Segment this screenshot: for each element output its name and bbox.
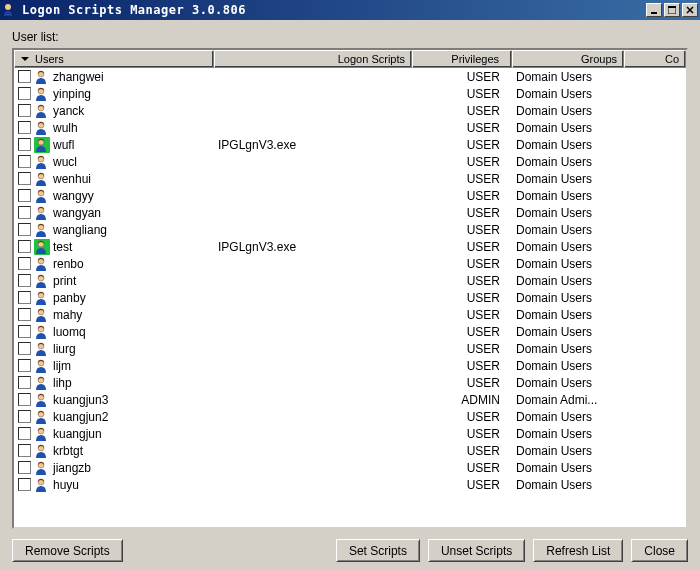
column-header-groups[interactable]: Groups (512, 50, 624, 68)
row-checkbox[interactable] (18, 155, 31, 168)
table-row[interactable]: liurg USER Domain Users (14, 340, 686, 357)
list-body[interactable]: zhangwei USER Domain Users yinping USER … (14, 68, 686, 527)
row-checkbox[interactable] (18, 240, 31, 253)
group-name: Domain Users (516, 427, 592, 441)
cell-group: Domain Users (512, 121, 624, 135)
table-row[interactable]: jiangzb USER Domain Users (14, 459, 686, 476)
row-checkbox[interactable] (18, 427, 31, 440)
row-checkbox[interactable] (18, 308, 31, 321)
table-row[interactable]: kuangjun USER Domain Users (14, 425, 686, 442)
cell-user: wangyan (14, 205, 214, 221)
table-row[interactable]: wulh USER Domain Users (14, 119, 686, 136)
privilege: ADMIN (461, 393, 500, 407)
table-row[interactable]: lihp USER Domain Users (14, 374, 686, 391)
group-name: Domain Users (516, 376, 592, 390)
column-header-users[interactable]: Users (14, 50, 214, 68)
table-row[interactable]: renbo USER Domain Users (14, 255, 686, 272)
table-row[interactable]: wufl IPGLgnV3.exe USER Domain Users (14, 136, 686, 153)
cell-user: print (14, 273, 214, 289)
minimize-button[interactable] (646, 3, 662, 17)
row-checkbox[interactable] (18, 461, 31, 474)
privilege: USER (467, 427, 500, 441)
privilege: USER (467, 206, 500, 220)
row-checkbox[interactable] (18, 257, 31, 270)
cell-user: zhangwei (14, 69, 214, 85)
maximize-button[interactable] (664, 3, 680, 17)
table-row[interactable]: wangyy USER Domain Users (14, 187, 686, 204)
user-icon (34, 324, 50, 340)
group-name: Domain Users (516, 461, 592, 475)
cell-user: liurg (14, 341, 214, 357)
cell-user: mahy (14, 307, 214, 323)
row-checkbox[interactable] (18, 325, 31, 338)
table-row[interactable]: huyu USER Domain Users (14, 476, 686, 493)
cell-user: kuangjun2 (14, 409, 214, 425)
refresh-list-button[interactable]: Refresh List (533, 539, 623, 562)
column-header-co[interactable]: Co (624, 50, 686, 68)
cell-group: Domain Users (512, 325, 624, 339)
table-row[interactable]: wenhui USER Domain Users (14, 170, 686, 187)
row-checkbox[interactable] (18, 393, 31, 406)
row-checkbox[interactable] (18, 70, 31, 83)
row-checkbox[interactable] (18, 274, 31, 287)
unset-scripts-button[interactable]: Unset Scripts (428, 539, 525, 562)
cell-user: wangliang (14, 222, 214, 238)
user-name: lijm (53, 359, 71, 373)
user-list-label: User list: (12, 30, 688, 44)
app-icon (2, 2, 18, 18)
column-header-privileges[interactable]: Privileges (412, 50, 512, 68)
user-icon (34, 103, 50, 119)
user-icon (34, 477, 50, 493)
table-row[interactable]: mahy USER Domain Users (14, 306, 686, 323)
user-name: kuangjun2 (53, 410, 108, 424)
table-row[interactable]: wangyan USER Domain Users (14, 204, 686, 221)
user-name: wenhui (53, 172, 91, 186)
row-checkbox[interactable] (18, 223, 31, 236)
row-checkbox[interactable] (18, 444, 31, 457)
row-checkbox[interactable] (18, 376, 31, 389)
table-row[interactable]: krbtgt USER Domain Users (14, 442, 686, 459)
cell-group: Domain Users (512, 189, 624, 203)
user-icon (34, 205, 50, 221)
row-checkbox[interactable] (18, 478, 31, 491)
close-button[interactable] (682, 3, 698, 17)
table-row[interactable]: kuangjun2 USER Domain Users (14, 408, 686, 425)
privilege: USER (467, 444, 500, 458)
table-row[interactable]: panby USER Domain Users (14, 289, 686, 306)
cell-privilege: USER (412, 461, 512, 475)
button-bar: Remove Scripts Set Scripts Unset Scripts… (12, 539, 688, 562)
remove-scripts-button[interactable]: Remove Scripts (12, 539, 123, 562)
table-row[interactable]: print USER Domain Users (14, 272, 686, 289)
row-checkbox[interactable] (18, 104, 31, 117)
row-checkbox[interactable] (18, 172, 31, 185)
cell-group: Domain Users (512, 274, 624, 288)
row-checkbox[interactable] (18, 206, 31, 219)
set-scripts-button[interactable]: Set Scripts (336, 539, 420, 562)
table-row[interactable]: lijm USER Domain Users (14, 357, 686, 374)
row-checkbox[interactable] (18, 121, 31, 134)
cell-group: Domain Users (512, 291, 624, 305)
row-checkbox[interactable] (18, 410, 31, 423)
table-row[interactable]: luomq USER Domain Users (14, 323, 686, 340)
row-checkbox[interactable] (18, 189, 31, 202)
table-row[interactable]: wangliang USER Domain Users (14, 221, 686, 238)
row-checkbox[interactable] (18, 359, 31, 372)
table-row[interactable]: zhangwei USER Domain Users (14, 68, 686, 85)
row-checkbox[interactable] (18, 291, 31, 304)
table-row[interactable]: test IPGLgnV3.exe USER Domain Users (14, 238, 686, 255)
close-app-button[interactable]: Close (631, 539, 688, 562)
privilege: USER (467, 410, 500, 424)
cell-user: lijm (14, 358, 214, 374)
table-row[interactable]: wucl USER Domain Users (14, 153, 686, 170)
table-row[interactable]: kuangjun3 ADMIN Domain Admi... (14, 391, 686, 408)
table-row[interactable]: yinping USER Domain Users (14, 85, 686, 102)
svg-rect-1 (651, 12, 657, 14)
table-row[interactable]: yanck USER Domain Users (14, 102, 686, 119)
row-checkbox[interactable] (18, 138, 31, 151)
column-header-scripts[interactable]: Logon Scripts (214, 50, 412, 68)
row-checkbox[interactable] (18, 342, 31, 355)
row-checkbox[interactable] (18, 87, 31, 100)
cell-privilege: USER (412, 376, 512, 390)
cell-group: Domain Users (512, 478, 624, 492)
cell-group: Domain Users (512, 376, 624, 390)
